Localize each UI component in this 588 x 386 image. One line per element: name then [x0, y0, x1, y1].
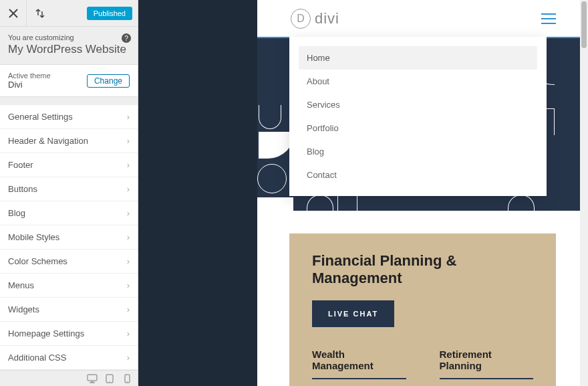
chevron-right-icon: ›	[127, 232, 130, 242]
panel-item-label: Widgets	[8, 304, 39, 314]
decorative-shape	[257, 197, 293, 211]
content-column: Wealth ManagementVestibulum ac diam sit …	[312, 349, 406, 386]
decorative-shape	[337, 195, 357, 211]
panel-item-label: Color Schemes	[8, 256, 67, 266]
menu-item-contact[interactable]: Contact	[299, 163, 537, 187]
panel-item-header-navigation[interactable]: Header & Navigation›	[0, 129, 138, 153]
chevron-right-icon: ›	[127, 304, 130, 314]
publish-button[interactable]: Published	[87, 7, 132, 20]
menu-item-home[interactable]: Home	[299, 46, 537, 70]
you-are-customizing-label: You are customizing ?	[0, 27, 138, 43]
panel-item-footer[interactable]: Footer›	[0, 153, 138, 177]
panel-item-label: Additional CSS	[8, 353, 66, 363]
panel-item-general-settings[interactable]: General Settings›	[0, 105, 138, 129]
site-header: D divi	[257, 0, 588, 37]
live-chat-button[interactable]: LIVE CHAT	[312, 300, 394, 327]
preview-scrollbar[interactable]	[580, 0, 588, 386]
change-theme-button[interactable]: Change	[87, 74, 130, 88]
close-icon	[9, 9, 18, 18]
scrollbar-thumb[interactable]	[581, 1, 587, 48]
decorative-shape	[508, 195, 535, 211]
sidebar-bottom-bar	[0, 370, 138, 386]
chevron-right-icon: ›	[127, 160, 130, 170]
panel-item-label: Menus	[8, 280, 34, 290]
active-theme-section: Active theme Divi Change	[0, 64, 138, 97]
chevron-right-icon: ›	[127, 328, 130, 339]
content-section: Financial Planning & Management LIVE CHA…	[289, 233, 556, 386]
panel-item-label: Blog	[8, 208, 25, 218]
hero-section: HomeAboutServicesPortfolioBlogContact	[257, 37, 588, 211]
panel-item-mobile-styles[interactable]: Mobile Styles›	[0, 225, 138, 250]
menu-item-portfolio[interactable]: Portfolio	[299, 116, 537, 140]
panel-item-additional-css[interactable]: Additional CSS›	[0, 346, 138, 370]
menu-item-blog[interactable]: Blog	[299, 140, 537, 163]
active-theme-label: Active theme	[8, 72, 51, 80]
swap-icon	[35, 9, 45, 18]
panel-item-buttons[interactable]: Buttons›	[0, 177, 138, 201]
chevron-right-icon: ›	[127, 256, 130, 266]
panel-item-menus[interactable]: Menus›	[0, 274, 138, 298]
svg-rect-0	[88, 375, 97, 381]
panel-item-widgets[interactable]: Widgets›	[0, 298, 138, 322]
two-column-row: Wealth ManagementVestibulum ac diam sit …	[312, 349, 533, 386]
panel-item-label: Homepage Settings	[8, 328, 84, 339]
panel-item-label: General Settings	[8, 112, 73, 122]
logo[interactable]: D divi	[291, 9, 339, 29]
panel-item-color-schemes[interactable]: Color Schemes›	[0, 250, 138, 274]
panel-item-label: Mobile Styles	[8, 232, 59, 242]
section-title: Financial Planning & Management	[312, 252, 533, 287]
help-icon[interactable]: ?	[122, 33, 131, 43]
customizer-panel-list: General Settings›Header & Navigation›Foo…	[0, 105, 138, 370]
desktop-device-icon[interactable]	[86, 372, 99, 385]
sidebar-top-bar: Published	[0, 0, 138, 27]
collapse-button[interactable]	[27, 0, 53, 27]
decorative-shape	[257, 164, 287, 193]
svg-point-2	[110, 381, 110, 381]
logo-text: divi	[315, 10, 339, 27]
active-theme-name: Divi	[8, 80, 51, 90]
panel-item-homepage-settings[interactable]: Homepage Settings›	[0, 322, 138, 346]
preview-gutter	[138, 0, 257, 386]
tablet-device-icon[interactable]	[103, 372, 116, 385]
mobile-device-icon[interactable]	[120, 372, 134, 385]
mobile-dropdown-menu: HomeAboutServicesPortfolioBlogContact	[289, 37, 547, 196]
close-button[interactable]	[0, 0, 27, 27]
svg-point-4	[127, 381, 128, 381]
panel-item-label: Buttons	[8, 184, 37, 194]
panel-item-blog[interactable]: Blog›	[0, 201, 138, 225]
column-title: Retirement Planning	[440, 349, 534, 379]
chevron-right-icon: ›	[127, 136, 130, 146]
logo-icon: D	[291, 9, 311, 29]
decorative-shape	[307, 195, 333, 211]
menu-item-services[interactable]: Services	[299, 93, 537, 116]
panel-item-label: Header & Navigation	[8, 136, 88, 146]
panel-item-label: Footer	[8, 160, 33, 170]
decorative-shape	[259, 105, 281, 129]
chevron-right-icon: ›	[127, 280, 130, 290]
preview-pane: D divi HomeAboutServicesPortfol	[257, 0, 588, 386]
chevron-right-icon: ›	[127, 208, 130, 218]
hamburger-icon	[541, 13, 556, 15]
chevron-right-icon: ›	[127, 112, 130, 122]
content-column: Retirement PlanningVestibulum ac diam si…	[440, 349, 534, 386]
customizer-sidebar: Published You are customizing ? My WordP…	[0, 0, 138, 386]
column-title: Wealth Management	[312, 349, 406, 379]
menu-item-about[interactable]: About	[299, 70, 537, 93]
site-title: My WordPress Website	[0, 43, 138, 64]
chevron-right-icon: ›	[127, 353, 130, 363]
hamburger-menu-button[interactable]	[541, 13, 556, 24]
chevron-right-icon: ›	[127, 184, 130, 194]
